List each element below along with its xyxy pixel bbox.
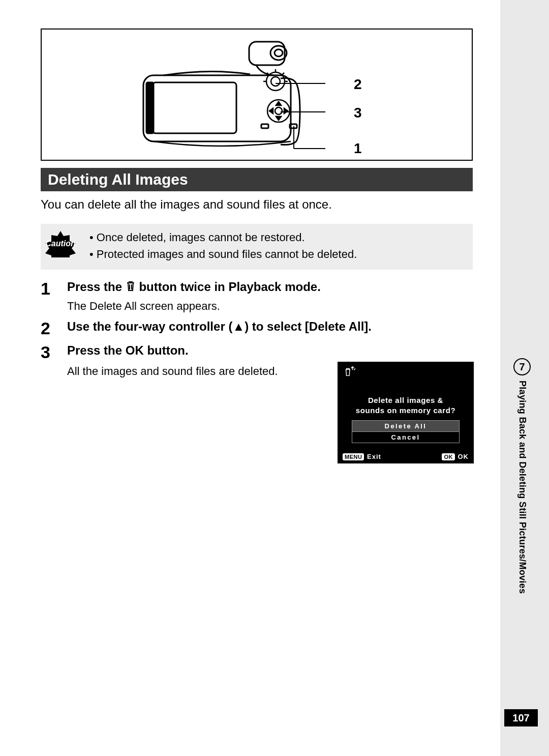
lcd-options: Delete All Cancel (352, 420, 460, 443)
callout-3: 3 (354, 105, 362, 121)
caution-bullet-1: Once deleted, images cannot be restored. (89, 229, 357, 246)
section-heading: Deleting All Images (41, 168, 473, 191)
svg-rect-13 (146, 82, 154, 133)
caution-box: Caution Once deleted, images cannot be r… (41, 224, 473, 270)
page: 2 3 1 Deleting All Images You can delete… (0, 0, 549, 756)
callout-1: 1 (354, 140, 362, 157)
svg-point-10 (275, 107, 282, 114)
step-title: Press the OK button. (67, 342, 473, 359)
chapter-number-badge: 7 (513, 358, 531, 375)
svg-rect-1 (152, 82, 236, 133)
svg-line-7 (282, 73, 284, 75)
callout-2: 2 (354, 76, 362, 93)
content-column: 2 3 1 Deleting All Images You can delete… (41, 28, 473, 463)
camera-illustration (128, 35, 331, 157)
caution-bullet-2: Protected images and sound files cannot … (89, 246, 357, 263)
ok-chip: OK (442, 453, 455, 460)
steps-list: 1 Press the button twice in Playback mod… (41, 279, 473, 463)
menu-chip: MENU (343, 453, 364, 460)
page-number: 107 (504, 709, 538, 726)
lcd-message: Delete all images & sounds on memory car… (343, 395, 469, 415)
step-1: 1 Press the button twice in Playback mod… (41, 279, 473, 314)
lcd-msg-line1: Delete all images & (343, 395, 469, 405)
step-3: 3 Press the OK button. All the images an… (41, 342, 473, 463)
intro-text: You can delete all the images and sound … (41, 196, 473, 213)
svg-text:Caution: Caution (45, 239, 76, 248)
lcd-footer: MENU Exit OK OK (343, 450, 469, 460)
svg-rect-0 (143, 75, 291, 141)
svg-point-16 (274, 49, 283, 56)
chapter-sidebar: 7 Playing Back and Deleting Still Pictur… (513, 358, 531, 594)
menu-exit-label: Exit (367, 453, 381, 460)
step-desc: The Delete All screen appears. (67, 299, 473, 314)
step-1-title-pre: Press the (67, 280, 126, 294)
svg-rect-11 (261, 124, 268, 128)
caution-list: Once deleted, images cannot be restored.… (89, 229, 357, 263)
lcd-screenshot: Delete all images & sounds on memory car… (338, 362, 474, 463)
chapter-title: Playing Back and Deleting Still Pictures… (517, 381, 528, 594)
illustration-frame: 2 3 1 (41, 28, 473, 161)
step-number: 2 (41, 318, 55, 338)
svg-point-3 (271, 77, 280, 86)
delete-all-icon (343, 366, 357, 378)
ok-label: OK (458, 453, 469, 460)
trash-icon (126, 280, 136, 296)
step-title: Use the four-way controller (▲) to selec… (67, 318, 473, 335)
step-1-title-post: button twice in Playback mode. (139, 280, 320, 294)
lcd-msg-line2: sounds on memory card? (343, 405, 469, 416)
step-desc: All the images and sound files are delet… (67, 364, 328, 380)
step-2: 2 Use the four-way controller (▲) to sel… (41, 318, 473, 338)
step-number: 3 (41, 342, 55, 463)
caution-icon: Caution (41, 229, 80, 259)
step-title: Press the button twice in Playback mode. (67, 279, 473, 296)
step-number: 1 (41, 279, 55, 314)
lcd-option-delete-all[interactable]: Delete All (352, 421, 459, 431)
lcd-option-cancel[interactable]: Cancel (352, 431, 459, 443)
